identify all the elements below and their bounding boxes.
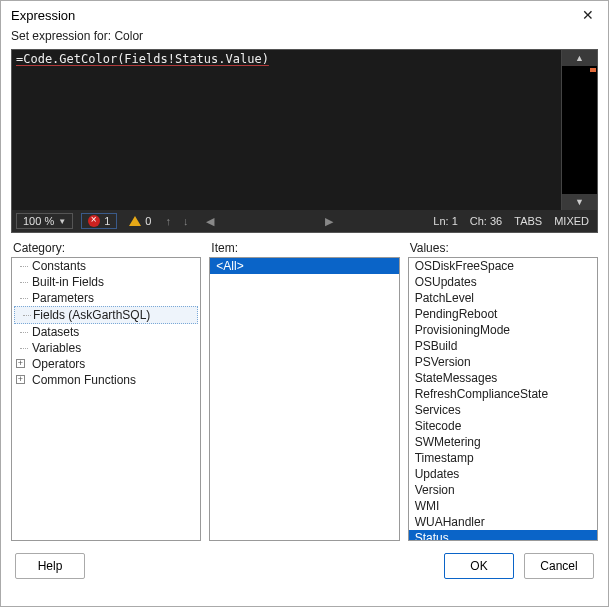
tree-item[interactable]: Constants: [12, 258, 200, 274]
scroll-down-icon[interactable]: ▼: [562, 194, 597, 210]
list-item[interactable]: OSDiskFreeSpace: [409, 258, 597, 274]
tree-item-label: Common Functions: [32, 373, 136, 387]
prev-issue-icon[interactable]: ↑: [163, 215, 173, 227]
titlebar: Expression ✕: [1, 1, 608, 27]
zoom-value: 100 %: [23, 215, 54, 227]
error-icon: [88, 215, 100, 227]
item-column: Item: <All>: [209, 241, 399, 541]
list-item[interactable]: WUAHandler: [409, 514, 597, 530]
values-list[interactable]: OSDiskFreeSpaceOSUpdatesPatchLevelPendin…: [408, 257, 598, 541]
category-tree[interactable]: ConstantsBuilt-in FieldsParametersFields…: [11, 257, 201, 541]
tree-item-label: Operators: [32, 357, 85, 371]
tree-item-label: Parameters: [32, 291, 94, 305]
editor-status-bar: 100 % ▼ 1 0 ↑ ↓ ◀ ▶ Ln: 1 Ch: 36 TABS MI…: [12, 210, 597, 232]
list-item[interactable]: ProvisioningMode: [409, 322, 597, 338]
scroll-up-icon[interactable]: ▲: [562, 50, 597, 66]
values-label: Values:: [408, 241, 598, 257]
warning-icon: [129, 216, 141, 226]
list-item[interactable]: SWMetering: [409, 434, 597, 450]
chevron-down-icon: ▼: [58, 217, 66, 226]
list-item[interactable]: Updates: [409, 466, 597, 482]
list-item[interactable]: StateMessages: [409, 370, 597, 386]
dialog-title: Expression: [11, 8, 75, 23]
hscroll-right-icon[interactable]: ▶: [323, 215, 335, 228]
category-label: Category:: [11, 241, 201, 257]
list-item[interactable]: RefreshComplianceState: [409, 386, 597, 402]
tree-item[interactable]: +Operators: [12, 356, 200, 372]
list-item[interactable]: <All>: [210, 258, 398, 274]
hscroll-left-icon[interactable]: ◀: [204, 215, 216, 228]
lists-row: Category: ConstantsBuilt-in FieldsParame…: [11, 241, 598, 541]
minimap-body[interactable]: [562, 66, 597, 194]
button-row: Help OK Cancel: [1, 541, 608, 591]
list-item[interactable]: Status: [409, 530, 597, 541]
code-textarea[interactable]: =Code.GetColor(Fields!Status.Value): [12, 50, 561, 210]
list-item[interactable]: PatchLevel: [409, 290, 597, 306]
cancel-button[interactable]: Cancel: [524, 553, 594, 579]
code-line: =Code.GetColor(Fields!Status.Value): [16, 52, 269, 66]
tree-item-label: Constants: [32, 259, 86, 273]
expand-icon[interactable]: +: [16, 375, 25, 384]
help-button[interactable]: Help: [15, 553, 85, 579]
tree-item[interactable]: Datasets: [12, 324, 200, 340]
list-item[interactable]: Timestamp: [409, 450, 597, 466]
error-count: 1: [104, 215, 110, 227]
list-item[interactable]: OSUpdates: [409, 274, 597, 290]
item-list[interactable]: <All>: [209, 257, 399, 541]
code-editor: =Code.GetColor(Fields!Status.Value) ▲ ▼ …: [11, 49, 598, 233]
warning-count-button[interactable]: 0: [125, 215, 155, 227]
tree-item[interactable]: Parameters: [12, 290, 200, 306]
tabs-indicator[interactable]: TABS: [514, 215, 542, 227]
tree-item-label: Datasets: [32, 325, 79, 339]
error-marker: [590, 68, 596, 72]
tree-item[interactable]: Fields (AskGarthSQL): [14, 306, 198, 324]
minimap[interactable]: ▲ ▼: [561, 50, 597, 210]
item-label: Item:: [209, 241, 399, 257]
category-column: Category: ConstantsBuilt-in FieldsParame…: [11, 241, 201, 541]
tree-item-label: Built-in Fields: [32, 275, 104, 289]
values-column: Values: OSDiskFreeSpaceOSUpdatesPatchLev…: [408, 241, 598, 541]
list-item[interactable]: PendingReboot: [409, 306, 597, 322]
expression-dialog: Expression ✕ Set expression for: Color =…: [0, 0, 609, 607]
close-icon[interactable]: ✕: [576, 7, 600, 23]
error-count-button[interactable]: 1: [81, 213, 117, 229]
tree-item-label: Variables: [32, 341, 81, 355]
tree-item[interactable]: Variables: [12, 340, 200, 356]
list-item[interactable]: WMI: [409, 498, 597, 514]
subtitle-label: Set expression for: Color: [1, 27, 608, 49]
list-item[interactable]: Sitecode: [409, 418, 597, 434]
next-issue-icon[interactable]: ↓: [181, 215, 191, 227]
list-item[interactable]: Services: [409, 402, 597, 418]
list-item[interactable]: Version: [409, 482, 597, 498]
col-indicator: Ch: 36: [470, 215, 502, 227]
expand-icon[interactable]: +: [16, 359, 25, 368]
tree-item-label: Fields (AskGarthSQL): [33, 308, 150, 322]
tree-item[interactable]: +Common Functions: [12, 372, 200, 388]
mixed-indicator[interactable]: MIXED: [554, 215, 589, 227]
line-indicator: Ln: 1: [433, 215, 457, 227]
zoom-select[interactable]: 100 % ▼: [16, 213, 73, 229]
list-item[interactable]: PSVersion: [409, 354, 597, 370]
ok-button[interactable]: OK: [444, 553, 514, 579]
warning-count: 0: [145, 215, 151, 227]
list-item[interactable]: PSBuild: [409, 338, 597, 354]
tree-item[interactable]: Built-in Fields: [12, 274, 200, 290]
